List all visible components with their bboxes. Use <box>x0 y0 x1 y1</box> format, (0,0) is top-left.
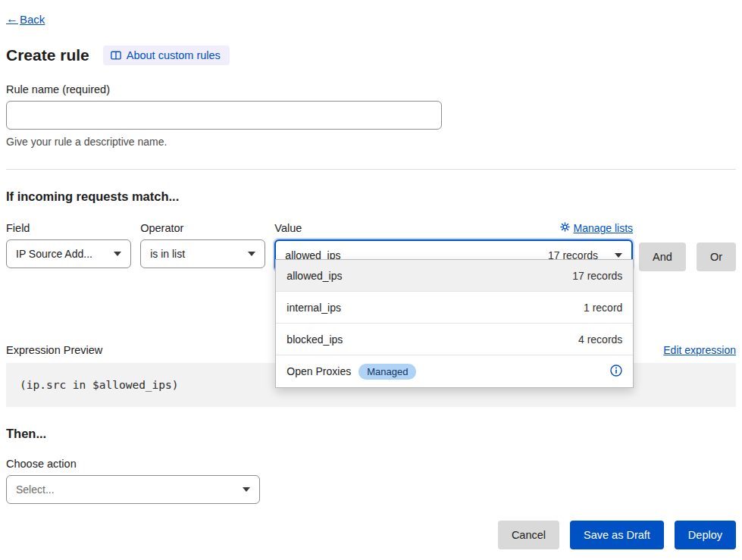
choose-action-label: Choose action <box>6 458 736 470</box>
value-dropdown-menu: allowed_ips 17 records internal_ips 1 re… <box>275 259 634 388</box>
save-as-draft-button[interactable]: Save as Draft <box>570 521 664 549</box>
chevron-down-icon <box>615 253 622 258</box>
gear-icon <box>560 222 570 234</box>
about-custom-rules-label: About custom rules <box>127 49 221 61</box>
value-column: Value Manage lists <box>274 222 633 271</box>
managed-badge: Managed <box>358 364 416 380</box>
chevron-down-icon <box>248 252 255 256</box>
back-link[interactable]: ←Back <box>6 12 45 26</box>
dropdown-item-blocked-ips[interactable]: blocked_ips 4 records <box>276 324 633 355</box>
dropdown-item-internal-ips[interactable]: internal_ips 1 record <box>276 292 633 324</box>
title-row: Create rule About custom rules <box>6 45 736 65</box>
rule-name-group: Rule name (required) Give your rule a de… <box>6 83 736 148</box>
list-name: allowed_ips <box>286 270 342 282</box>
field-column: Field IP Source Add... <box>6 222 131 268</box>
operator-column: Operator is in list <box>140 222 265 268</box>
deploy-button[interactable]: Deploy <box>675 521 736 549</box>
operator-select[interactable]: is in list <box>140 239 265 268</box>
cancel-button[interactable]: Cancel <box>498 521 559 549</box>
section-divider <box>6 169 736 170</box>
manage-lists-link[interactable]: Manage lists <box>560 222 634 234</box>
expression-preview-label: Expression Preview <box>6 344 102 356</box>
expression-code: (ip.src in $allowed_ips) <box>20 379 179 391</box>
field-label: Field <box>6 222 131 234</box>
dropdown-item-open-proxies[interactable]: Open Proxies Managed <box>276 355 633 387</box>
match-section-title: If incoming requests match... <box>6 189 736 204</box>
match-row: Field IP Source Add... Operator is in li… <box>6 222 736 271</box>
action-select[interactable]: Select... <box>6 475 260 504</box>
dropdown-item-allowed-ips[interactable]: allowed_ips 17 records <box>276 260 633 292</box>
then-section: Then... Choose action Select... <box>6 427 736 504</box>
rule-name-input[interactable] <box>6 101 442 130</box>
operator-label: Operator <box>140 222 265 234</box>
book-icon <box>111 51 121 61</box>
value-head: Value Manage lists <box>274 222 633 234</box>
list-record-count: 17 records <box>572 270 622 282</box>
info-icon[interactable] <box>610 364 622 379</box>
field-select[interactable]: IP Source Add... <box>6 239 131 268</box>
action-select-placeholder: Select... <box>16 483 55 496</box>
andor-buttons: And Or <box>639 242 736 271</box>
manage-lists-label: Manage lists <box>574 222 634 234</box>
value-label: Value <box>274 222 302 234</box>
operator-select-value: is in list <box>150 248 185 260</box>
footer-actions: Cancel Save as Draft Deploy <box>6 521 736 549</box>
edit-expression-link[interactable]: Edit expression <box>663 344 736 356</box>
about-custom-rules-link[interactable]: About custom rules <box>103 45 230 65</box>
open-proxies-left: Open Proxies Managed <box>286 364 416 380</box>
list-name: blocked_ips <box>286 333 343 346</box>
back-arrow-icon: ← <box>6 12 18 26</box>
back-label: Back <box>20 13 45 26</box>
list-record-count: 4 records <box>578 333 622 346</box>
and-button[interactable]: And <box>639 242 686 271</box>
field-select-value: IP Source Add... <box>16 248 92 260</box>
page-title: Create rule <box>6 46 89 64</box>
or-button[interactable]: Or <box>697 242 736 271</box>
chevron-down-icon <box>243 487 250 492</box>
rule-name-help: Give your rule a descriptive name. <box>6 136 736 148</box>
rule-name-label: Rule name (required) <box>6 83 736 95</box>
back-row: ←Back <box>6 12 736 26</box>
list-name: internal_ips <box>286 302 341 314</box>
list-name: Open Proxies <box>286 365 351 377</box>
match-section: If incoming requests match... Field IP S… <box>6 189 736 271</box>
chevron-down-icon <box>114 252 121 256</box>
then-title: Then... <box>6 427 736 441</box>
list-record-count: 1 record <box>584 302 622 314</box>
create-rule-page: ←Back Create rule About custom rules Rul… <box>0 0 742 549</box>
